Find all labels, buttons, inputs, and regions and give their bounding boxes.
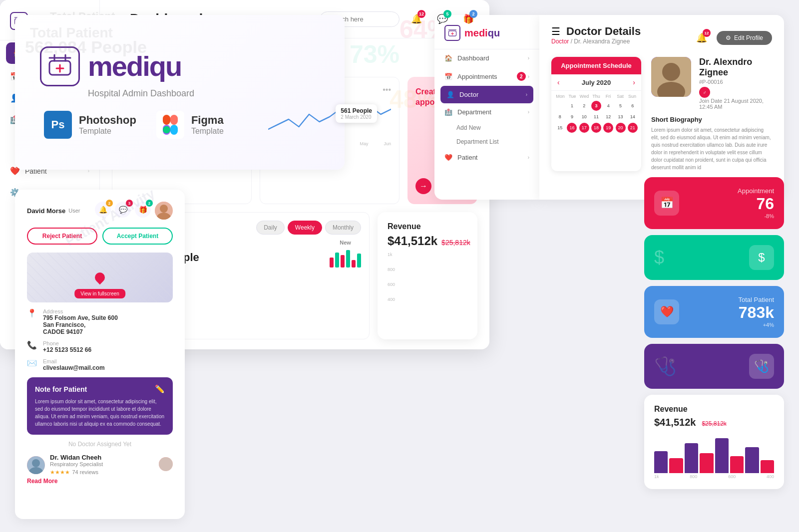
svg-point-10 <box>163 126 170 133</box>
note-title: Note for Patient <box>35 385 87 393</box>
figma-text: Figma Template <box>191 114 224 136</box>
revenue-prev: $25,812k <box>441 239 470 247</box>
email-row: ✉️ Email cliveslauw@mail.com <box>27 358 173 371</box>
notif-count-chat: 5 <box>443 10 451 18</box>
topbar-notif-gift[interactable]: 🎁 2 <box>459 10 477 28</box>
no-doctor-msg: No Doctor Assigned Yet <box>27 441 173 448</box>
cal-days-row1: 1 2 3 4 5 6 <box>554 101 638 111</box>
weekly-tab[interactable]: Weekly <box>288 221 322 235</box>
svg-rect-24 <box>159 457 173 471</box>
create-apt-arrow-icon[interactable]: → <box>415 178 431 194</box>
svg-rect-7 <box>170 115 178 125</box>
cal-next-btn[interactable]: › <box>633 78 635 86</box>
figma-icon <box>156 111 184 139</box>
doctor-avatar <box>651 57 691 97</box>
mini-nav-department[interactable]: 🏥 Department › <box>434 103 539 121</box>
notif-bell[interactable]: 🔔 2 <box>95 202 111 218</box>
revenue-amount: $41,512k <box>388 234 437 248</box>
daily-tab[interactable]: Daily <box>256 221 285 235</box>
doctor-title: Doctor Details <box>566 25 641 38</box>
revenue-card: Revenue $41,512k $25,812k 1k800600400 <box>378 212 477 339</box>
email-value: cliveslauw@mail.com <box>43 364 105 371</box>
doctor-name-block: Dr. Alexndro Zignee #P-00016 ♂ Join Date… <box>699 57 772 110</box>
phone-value: +12 5123 5512 66 <box>43 346 91 353</box>
phone-row: 📞 Phone +12 5123 5512 66 <box>27 340 173 353</box>
right-revenue-bars <box>654 433 774 473</box>
svg-point-16 <box>662 63 680 81</box>
appointment-value: 76 <box>738 195 774 213</box>
reject-patient-button[interactable]: Reject Patient <box>27 228 97 245</box>
photoshop-text: Photoshop Template <box>79 114 136 136</box>
notif-count-bell: 12 <box>417 10 425 18</box>
gender-badge: ♂ <box>699 87 710 98</box>
svg-rect-6 <box>163 115 170 125</box>
total-patient-value: 783k <box>738 303 774 322</box>
right-stat-cards: 📅 Appointment 76 -8% $ $ ❤️ Total Patien… <box>644 177 784 489</box>
right-revenue-amount: $41,512k <box>654 417 696 428</box>
right-revenue-title: Revenue <box>654 405 774 414</box>
topbar-notif-chat[interactable]: 💬 5 <box>433 10 451 28</box>
bg-stat-count: 562,084 People <box>25 37 147 57</box>
address-value: 795 Folsom Ave, Suite 600San Francisco,C… <box>43 314 118 335</box>
ps-icon: Ps <box>44 111 72 139</box>
svg-rect-9 <box>170 125 178 135</box>
appointment-label: Appointment <box>738 187 774 195</box>
mini-nav-appointments[interactable]: 📅 Appointments 2 › <box>434 67 539 86</box>
topbar-notif-bell[interactable]: 🔔 12 <box>407 10 425 28</box>
accept-patient-button[interactable]: Accept Patient <box>102 228 173 245</box>
notif-row: David Morse User 🔔 2 💬 3 🎁 2 <box>27 202 173 220</box>
user-avatar <box>155 202 173 220</box>
note-edit-icon[interactable]: ✏️ <box>155 384 165 394</box>
stat-card-total-patient: ❤️ Total Patient 783k +4% <box>644 286 784 338</box>
mini-nav-add-new[interactable]: Add New <box>434 121 539 135</box>
stethoscope-bg-icon: 🩺 <box>654 356 677 377</box>
bio-title: Short Biography <box>651 116 772 123</box>
address-label: Address <box>43 308 118 314</box>
total-patient-icon: ❤️ <box>654 299 679 324</box>
rating-stars: ★★★★ <box>50 469 70 475</box>
stat-card-dollar: $ $ <box>644 235 784 280</box>
visitors-more[interactable]: ••• <box>383 85 391 94</box>
visitors-chart: 561 People 2 March 2020 <box>268 99 391 139</box>
cal-prev-btn[interactable]: ‹ <box>557 78 560 86</box>
mini-nav-patient[interactable]: ❤️ Patient › <box>434 149 539 166</box>
note-header: Note for Patient ✏️ <box>35 384 165 394</box>
stethoscope-icon: 🩺 <box>749 354 774 379</box>
doctor-area: mediqu 🏠 Dashboard › 📅 Appointments 2 › … <box>434 15 784 200</box>
mini-nav-dashboard[interactable]: 🏠 Dashboard › <box>434 49 539 67</box>
read-more-link[interactable]: Read More <box>27 478 57 485</box>
patients-tabs: Daily Weekly Monthly <box>256 221 361 235</box>
hamburger-icon[interactable]: ☰ <box>551 25 560 37</box>
join-date: Join Date 21 August 2020, 12:45 AM <box>699 98 772 110</box>
mini-sidebar: mediqu 🏠 Dashboard › 📅 Appointments 2 › … <box>434 15 539 200</box>
stat-card-appointment: 📅 Appointment 76 -8% <box>644 177 784 229</box>
mini-brand: mediqu <box>434 25 539 49</box>
bio-text: Lorem ipsum dolor sit amet, consectetur … <box>651 126 772 171</box>
visitors-tooltip: 561 People 2 March 2020 <box>336 104 377 123</box>
cal-days-row3: 15 16 17 18 19 20 21 <box>554 123 638 133</box>
doctor-info: Dr. Alexndro Zignee #P-00016 ♂ Join Date… <box>651 57 772 171</box>
notif-chat[interactable]: 💬 3 <box>115 202 131 218</box>
appointment-change: -8% <box>738 213 774 219</box>
dollar-icon: $ <box>654 247 664 268</box>
map-placeholder: View in fullscreen <box>27 253 173 302</box>
svg-point-19 <box>160 205 168 213</box>
rev-y-labels: 1k800600400 <box>388 252 395 302</box>
appointment-info: Appointment 76 -8% <box>738 187 774 219</box>
note-card: Note for Patient ✏️ Lorem ipsum dolor si… <box>27 377 173 435</box>
stat-card-stethoscope: 🩺 🩺 <box>644 344 784 389</box>
mini-nav-doctor[interactable]: 👤 Doctor › <box>440 86 533 103</box>
email-label: Email <box>43 358 105 364</box>
mini-nav-dept-list[interactable]: Department List <box>434 135 539 149</box>
calendar-grid: MonTueWedThuFriSatSun 1 2 3 4 5 6 8 9 <box>551 91 641 136</box>
notif-gift[interactable]: 🎁 2 <box>135 202 151 218</box>
revenue-title: Revenue <box>388 222 467 231</box>
doctor-footer: Dr. Widan Cheeh Respiratory Specialist ★… <box>27 454 173 476</box>
cal-days-header: MonTueWedThuFriSatSun <box>554 94 638 99</box>
edit-profile-button[interactable]: ⚙ Edit Profile <box>717 31 772 45</box>
patient-mini-bars <box>330 248 361 267</box>
doctor-notif-bell[interactable]: 🔔 12 <box>693 29 711 47</box>
map-fullscreen-btn[interactable]: View in fullscreen <box>74 289 125 298</box>
total-patient-label: Total Patient <box>738 296 774 303</box>
monthly-tab[interactable]: Monthly <box>325 221 361 235</box>
